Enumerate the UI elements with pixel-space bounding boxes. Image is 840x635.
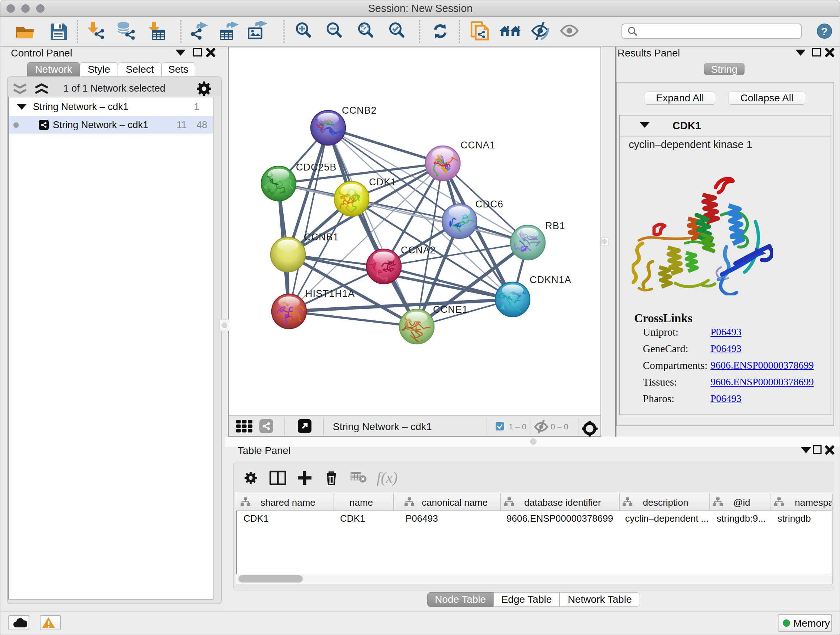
svg-text:CDC6: CDC6 [475, 199, 504, 210]
svg-text:CCNE1: CCNE1 [433, 304, 468, 315]
svg-text:CCNB2: CCNB2 [342, 105, 377, 116]
svg-text:CDC25B: CDC25B [296, 162, 337, 173]
svg-text:CCNB1: CCNB1 [304, 232, 339, 242]
svg-text:CDKN1A: CDKN1A [530, 274, 572, 285]
svg-text:CDK1: CDK1 [369, 177, 396, 187]
svg-text:CCNA2: CCNA2 [401, 245, 436, 256]
svg-text:HIST1H1A: HIST1H1A [305, 288, 355, 299]
svg-text:RB1: RB1 [545, 220, 565, 231]
svg-text:CCNA1: CCNA1 [461, 140, 496, 150]
